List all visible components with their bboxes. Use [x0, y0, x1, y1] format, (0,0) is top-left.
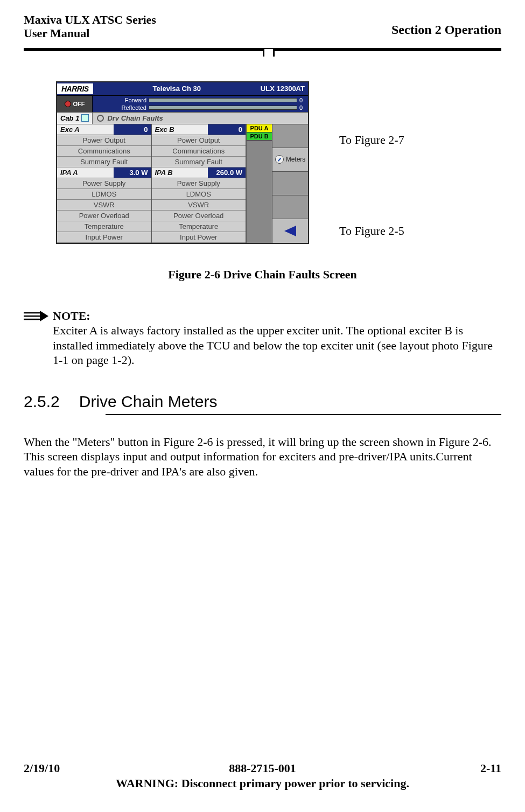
harris-logo: HARRIS — [57, 83, 93, 94]
forward-bar — [149, 98, 297, 102]
exc-a-row: Power Output — [57, 135, 151, 146]
forward-bar-value: 0 — [299, 97, 308, 103]
figure-caption: Figure 2-6 Drive Chain Faults Screen — [24, 268, 501, 282]
subsection-number: 2.5.2 — [24, 393, 60, 411]
ipa-b-value: 260.0 W — [208, 167, 246, 178]
reflected-bar-value: 0 — [299, 104, 308, 111]
note-title: NOTE: — [53, 309, 90, 323]
exc-a-title: Exc A — [57, 124, 114, 135]
home-icon — [81, 114, 89, 122]
exc-b-row: Summary Fault — [152, 157, 246, 167]
page-header: Maxiva ULX ATSC Series User Manual Secti… — [0, 0, 525, 43]
ipa-a-panel[interactable]: IPA A 3.0 W Power Supply LDMOS VSWR Powe… — [57, 167, 152, 243]
section-label: Section 2 Operation — [391, 23, 501, 37]
meters-icon — [275, 155, 284, 164]
exc-a-value: 0 — [114, 124, 151, 135]
subsection-rule — [106, 414, 501, 415]
side-buttons: Meters — [272, 124, 308, 243]
exc-a-row: Summary Fault — [57, 157, 151, 167]
exc-a-row: Communications — [57, 146, 151, 157]
subsection-heading: 2.5.2 Drive Chain Meters — [24, 393, 501, 411]
ipa-b-row: Power Overload — [152, 211, 246, 221]
footer-date: 2/19/10 — [24, 761, 119, 775]
reflected-bar-label: Reflected — [93, 104, 146, 111]
cab-tab[interactable]: Cab 1 — [57, 113, 93, 124]
pdu-a-indicator[interactable]: PDU A — [247, 124, 272, 132]
forward-bar-label: Forward — [93, 97, 146, 103]
exciter-pair: Exc A 0 Power Output Communications Summ… — [57, 124, 247, 167]
model-label: ULX 12300AT — [261, 85, 308, 93]
side-button-blank-1[interactable] — [272, 124, 308, 148]
ipa-pair: IPA A 3.0 W Power Supply LDMOS VSWR Powe… — [57, 167, 247, 243]
side-button-blank-2[interactable] — [272, 171, 308, 195]
cab-tab-label: Cab 1 — [60, 114, 79, 122]
meters-button-label: Meters — [286, 156, 306, 163]
exc-b-row: Power Output — [152, 135, 246, 146]
ipa-b-title: IPA B — [152, 167, 208, 178]
ipa-a-title: IPA A — [57, 167, 114, 178]
page-footer: 2/19/10 888-2715-001 2-11 WARNING: Disco… — [0, 761, 525, 812]
ipa-a-row: Power Overload — [57, 211, 151, 221]
off-lamp-icon — [65, 101, 71, 107]
pdu-b-indicator[interactable]: PDU B — [247, 132, 272, 141]
drv-chain-faults-screenshot: HARRIS Televisa Ch 30 ULX 12300AT OFF Fo… — [56, 81, 309, 244]
titlebar: HARRIS Televisa Ch 30 ULX 12300AT — [57, 82, 308, 95]
ipa-b-row: Input Power — [152, 232, 246, 243]
note-arrow-icon — [24, 311, 48, 321]
exc-b-row: Communications — [152, 146, 246, 157]
callout-fig-2-7: To Figure 2-7 — [339, 133, 404, 147]
status-row: OFF Forward 0 Reflected 0 — [57, 95, 308, 112]
channel-label: Televisa Ch 30 — [93, 85, 261, 93]
meters-button[interactable]: Meters — [272, 148, 308, 171]
exc-b-title: Exc B — [152, 124, 208, 135]
ipa-b-row: VSWR — [152, 200, 246, 211]
ipa-b-row: Power Supply — [152, 178, 246, 189]
off-indicator[interactable]: OFF — [57, 96, 93, 112]
ipa-a-row: VSWR — [57, 200, 151, 211]
breadcrumb-row: Cab 1 Drv Chain Faults — [57, 112, 308, 124]
exc-a-panel[interactable]: Exc A 0 Power Output Communications Summ… — [57, 124, 152, 167]
footer-warning: WARNING: Disconnect primary power prior … — [24, 776, 501, 790]
ipa-b-row: LDMOS — [152, 189, 246, 200]
svg-marker-3 — [40, 311, 48, 321]
side-button-blank-3[interactable] — [272, 195, 308, 219]
body-paragraph: When the "Meters" button in Figure 2-6 i… — [24, 435, 501, 479]
note-body-text: Exciter A is always factory installed as… — [53, 324, 493, 367]
breadcrumb-icon — [97, 115, 104, 122]
exc-b-value: 0 — [208, 124, 246, 135]
pdu-spacer — [247, 141, 272, 243]
subsection-title: Drive Chain Meters — [79, 393, 218, 411]
exc-b-panel[interactable]: Exc B 0 Power Output Communications Summ… — [152, 124, 247, 167]
figure-area: HARRIS Televisa Ch 30 ULX 12300AT OFF Fo… — [24, 81, 501, 244]
callout-fig-2-5: To Figure 2-5 — [339, 224, 404, 238]
back-button[interactable] — [272, 219, 308, 242]
back-arrow-icon — [284, 226, 296, 236]
off-label: OFF — [73, 101, 85, 107]
header-rules — [0, 48, 525, 54]
pdu-column: PDU A PDU B — [247, 124, 272, 243]
ipa-b-row: Temperature — [152, 221, 246, 232]
ipa-b-panel[interactable]: IPA B 260.0 W Power Supply LDMOS VSWR Po… — [152, 167, 247, 243]
footer-docnum: 888-2715-001 — [119, 761, 405, 775]
ipa-a-row: Temperature — [57, 221, 151, 232]
note-block: NOTE: Exciter A is always factory instal… — [24, 309, 501, 368]
ipa-a-row: LDMOS — [57, 189, 151, 200]
footer-pagenum: 2-11 — [406, 761, 501, 775]
ipa-a-value: 3.0 W — [114, 167, 151, 178]
reflected-bar — [149, 106, 297, 110]
ipa-a-row: Power Supply — [57, 178, 151, 189]
breadcrumb-label: Drv Chain Faults — [107, 114, 163, 122]
screenshot-main: Exc A 0 Power Output Communications Summ… — [57, 124, 308, 243]
ipa-a-row: Input Power — [57, 232, 151, 243]
